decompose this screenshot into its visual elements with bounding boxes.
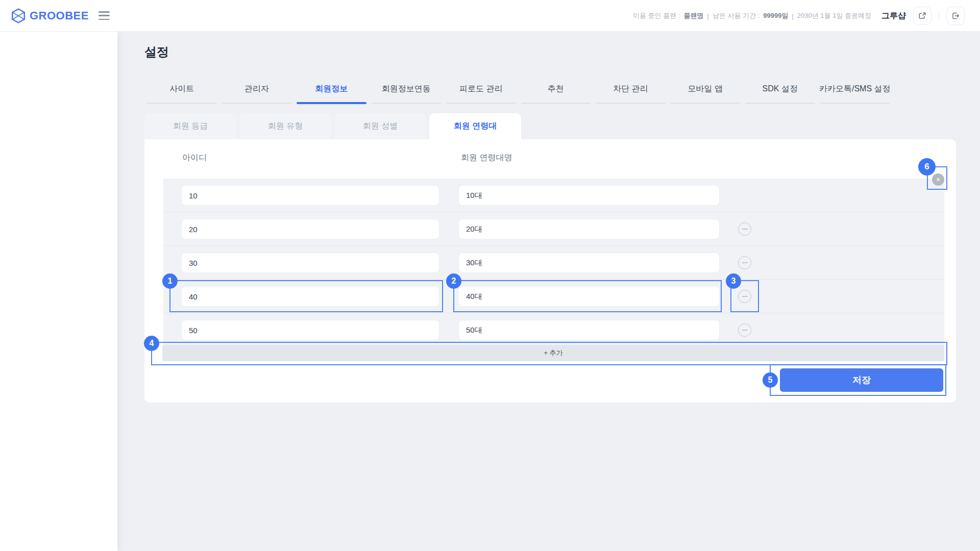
member-info-subtab-bar: 회원 등급 회원 유형 회원 성별 회원 연령대: [144, 113, 521, 139]
tab-mobile-app[interactable]: 모바일 앱: [668, 82, 743, 104]
plan-info: 이용 중인 플랜 : 플랜명 | 남은 사용 기간 : 99999일 | 203…: [633, 11, 871, 20]
age-group-table-card: 아이디 회원 연령대명: [144, 139, 956, 403]
annotation-badge-1: 1: [162, 273, 178, 289]
table-row: [163, 179, 944, 212]
settings-page: GROOBEE 이용 중인 플랜 : 플랜명 | 남은 사용 기간 : 9999…: [0, 0, 980, 551]
column-header-id: 아이디: [182, 153, 207, 163]
settings-tab-bar: 사이트 관리자 회원정보 회원정보연동 피로도 관리 추천 차단 관리 모바일 …: [144, 82, 892, 104]
id-input[interactable]: [181, 219, 439, 239]
age-name-input[interactable]: [458, 320, 720, 340]
shop-name: 그루샵: [881, 11, 906, 21]
subtab-member-type[interactable]: 회원 유형: [239, 113, 331, 139]
page-title: 설정: [144, 44, 169, 60]
expiry-text: 2030년 1월 1일 종료예정: [797, 11, 871, 20]
logout-icon: [951, 12, 960, 20]
subtab-member-grade[interactable]: 회원 등급: [144, 113, 236, 139]
id-input[interactable]: [181, 320, 439, 340]
tab-block[interactable]: 차단 관리: [593, 82, 668, 104]
annotation-badge-6: 6: [918, 158, 936, 176]
id-input[interactable]: [181, 286, 439, 307]
save-button[interactable]: 저장: [780, 368, 943, 392]
table-row: [163, 280, 944, 313]
subtab-member-gender[interactable]: 회원 성별: [334, 113, 426, 139]
separator: |: [792, 12, 793, 20]
age-name-input[interactable]: [458, 286, 720, 307]
sidebar: [0, 32, 117, 551]
external-link-icon: [918, 12, 926, 20]
table-row: [163, 246, 944, 280]
close-icon[interactable]: ✕: [932, 173, 944, 186]
remaining-value: 99999일: [763, 11, 788, 20]
annotation-badge-2: 2: [446, 273, 461, 289]
id-input[interactable]: [181, 253, 439, 273]
minus-icon: [742, 229, 748, 230]
tab-kakao-sms[interactable]: 카카오톡/SMS 설정: [818, 82, 893, 104]
brand-name: GROOBEE: [30, 9, 89, 22]
age-group-rows: [163, 179, 944, 347]
logout-button[interactable]: [946, 7, 965, 25]
groobee-hexagon-icon: [11, 8, 26, 23]
remove-row-button[interactable]: [738, 323, 751, 337]
age-name-input[interactable]: [458, 219, 720, 239]
tab-site[interactable]: 사이트: [144, 82, 219, 104]
separator: |: [707, 12, 708, 20]
remove-row-button[interactable]: [738, 290, 751, 303]
remaining-label: 남은 사용 기간 :: [713, 11, 760, 20]
external-link-button[interactable]: [913, 7, 932, 25]
plan-label: 이용 중인 플랜 :: [633, 11, 680, 20]
tab-fatigue[interactable]: 피로도 관리: [444, 82, 519, 104]
tab-recommend[interactable]: 추천: [519, 82, 594, 104]
annotation-badge-5: 5: [763, 372, 778, 388]
plan-name: 플랜명: [683, 11, 703, 20]
minus-icon: [742, 296, 748, 297]
subtab-member-age-group[interactable]: 회원 연령대: [429, 113, 521, 139]
remove-row-button[interactable]: [738, 256, 751, 269]
column-header-age-name: 회원 연령대명: [461, 153, 512, 163]
age-name-input[interactable]: [458, 253, 720, 273]
minus-icon: [742, 330, 748, 331]
annotation-badge-3: 3: [726, 273, 741, 289]
top-header: GROOBEE 이용 중인 플랜 : 플랜명 | 남은 사용 기간 : 9999…: [0, 0, 980, 32]
table-row: [163, 212, 944, 246]
divider: [939, 10, 939, 21]
topbar-right-group: 이용 중인 플랜 : 플랜명 | 남은 사용 기간 : 99999일 | 203…: [633, 0, 965, 32]
tab-admin[interactable]: 관리자: [219, 82, 295, 104]
tab-member-info[interactable]: 회원정보: [294, 82, 369, 104]
remove-row-button[interactable]: [738, 222, 751, 236]
tab-member-info-sync[interactable]: 회원정보연동: [369, 82, 444, 104]
id-input[interactable]: [181, 185, 439, 206]
age-name-input[interactable]: [458, 185, 720, 206]
tab-sdk[interactable]: SDK 설정: [743, 82, 818, 104]
add-row-button[interactable]: + 추가: [162, 345, 944, 361]
annotation-badge-4: 4: [144, 336, 159, 351]
minus-icon: [742, 262, 748, 263]
brand-logo[interactable]: GROOBEE: [11, 0, 89, 32]
menu-toggle-icon[interactable]: [99, 11, 110, 20]
table-row: [163, 313, 944, 347]
